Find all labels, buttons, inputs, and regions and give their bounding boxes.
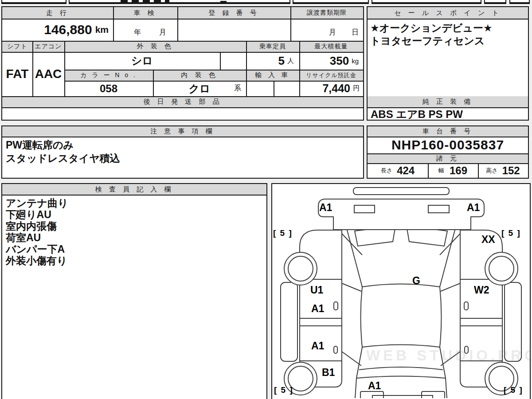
damage-diagram-block: A1 A1 [ 5 ] [ 5 ] XX U1 G W2 A1 A1 B1 A1… [271,183,531,399]
genuine-equipment-header: 純 正 装 備 [368,96,528,107]
chassis-number-value: NHP160-0035837 [368,137,528,153]
registration-header: 登 録 番 号 [177,7,290,19]
damage-code-left-door-lower: A1 [311,303,324,315]
exterior-color-value: シロ [64,52,220,70]
inspector-line-3: 室内内張傷 [6,220,57,232]
specs-header: 諸 元 [368,153,528,163]
shift-header: シフト [2,41,32,52]
spec-height: 高さ 152 [478,163,528,178]
inspector-line-6: 外装小傷有り [6,255,67,266]
recycle-number: 7,440 [322,82,350,95]
clipped-cell [293,0,369,4]
aircon-header: エアコン [32,41,64,52]
tire-code-rear-left: [ 5 ] [274,385,293,395]
mileage-value: 146,880 km [2,19,109,41]
spec-length: 長さ 424 [368,163,428,178]
shift-value: FAT [2,52,32,96]
aircon-value: AAC [32,52,64,96]
inspection-header: 車 検 [113,7,177,19]
notes-block: 注 意 事 項 欄 PW運転席のみ スタッドレスタイヤ積込 [1,125,364,179]
car-center-body [344,217,458,398]
spec-length-label: 長さ [381,167,392,175]
inspector-line-2: 下廻りAU [6,209,51,220]
transfer-day-placeholder: 日 [351,27,360,38]
later-parts-header: 後 日 発 送 部 品 [2,96,363,107]
chassis-number-header: 車 台 番 号 [368,126,528,137]
capacity-value: 5 人 [246,52,294,70]
sales-point-block: セ ー ル ス ポ イ ン ト ★オークションデビュー★ トヨタセーフティセンス… [367,6,529,121]
clipped-text-fragment [121,0,169,4]
mileage-unit: km [95,24,109,35]
damage-code-left-door-upper: U1 [310,284,323,296]
spec-length-value: 424 [397,164,415,177]
spec-width-label: 幅 [438,167,444,175]
interior-color-suffix: 系 [231,81,244,96]
spec-height-value: 152 [502,164,520,177]
spec-height-label: 高さ [486,167,497,175]
import-header: 輸 入 車 [246,70,299,81]
roof-strip [353,188,449,195]
notes-line-2: スタッドレスタイヤ積込 [6,152,120,165]
clipped-cell [484,0,506,4]
recycle-header: リサイクル預託金 [299,70,363,81]
capacity-header: 乗車定員 [246,41,299,52]
damage-code-front-left: A1 [319,202,332,214]
clipped-cell [1,0,66,4]
transfer-month-placeholder: 月 [328,27,337,38]
color-no-value: 058 [64,81,153,96]
inspector-notes-header: 検 査 員 記 入 欄 [2,184,266,195]
inspection-year-placeholder: 年 [133,27,142,38]
chassis-specs-block: 車 台 番 号 NHP160-0035837 諸 元 長さ 424 幅 169 … [367,125,529,179]
mileage-header: 走 行 [2,7,113,19]
vehicle-info-table: 走 行 車 検 登 録 番 号 譲渡書類期限 146,880 km 年 月 月 … [1,6,364,121]
max-load-number: 350 [330,54,349,68]
damage-code-glass: G [412,275,420,287]
max-load-value: 350 kg [299,52,359,70]
tire-code-front-left: [ 5 ] [273,228,293,238]
inspector-line-5: バンパー下A [6,243,65,255]
max-load-header: 最大積載量 [299,41,363,52]
inspection-month-placeholder: 月 [158,27,167,38]
damage-code-right-door: W2 [474,284,489,296]
tire-code-rear-right: [ 5 ] [504,385,523,395]
tire-code-front-right: [ 5 ] [501,228,521,238]
damage-code-left-rear-fender: B1 [322,367,335,379]
capacity-unit: 人 [287,57,294,65]
damage-code-front-right: A1 [467,202,480,214]
clipped-cell [372,0,481,4]
mileage-number: 146,880 [44,22,92,37]
notes-header: 注 意 事 項 欄 [2,126,363,137]
exterior-color-header: 外 装 色 [64,41,246,52]
recycle-unit: 円 [353,84,360,93]
sales-point-line-1: ★オークションデビュー★ [370,22,493,35]
interior-color-header: 内 装 色 [153,70,246,81]
spec-width-value: 169 [450,164,467,177]
clipped-text-fragment [220,1,227,3]
sales-point-header: セ ー ル ス ポ イ ン ト [368,7,528,19]
inspector-line-4: 荷室AU [6,232,41,243]
clipped-cell [69,0,290,4]
inspector-notes-block: 検 査 員 記 入 欄 アンテナ曲り 下廻りAU 室内内張傷 荷室AU バンパー… [1,183,267,399]
max-load-unit: kg [352,57,359,65]
genuine-equipment-value: ABS エアB PS PW [371,108,463,120]
transfer-docs-header: 譲渡書類期限 [290,7,363,19]
damage-code-rear-center: A1 [368,380,381,392]
notes-line-1: PW運転席のみ [6,138,74,152]
auction-sheet: { "info": { "mileage_label": "走 行", "mil… [0,0,532,399]
capacity-number: 5 [278,54,285,68]
car-front-bumper [318,188,484,230]
color-no-header: カ ラ ー N o . [64,70,153,81]
damage-code-left-rear-door: A1 [311,340,324,352]
watermark: WEB STUDIO.PRO [366,347,531,364]
sales-point-line-2: トヨタセーフティセンス [370,35,485,47]
recycle-value: 7,440 円 [299,81,360,96]
clipped-cell [509,0,530,4]
damage-code-right-fender: XX [481,234,495,246]
car-right-side [440,230,521,395]
inspector-line-1: アンテナ曲り [6,197,68,209]
spec-width: 幅 169 [428,163,478,178]
